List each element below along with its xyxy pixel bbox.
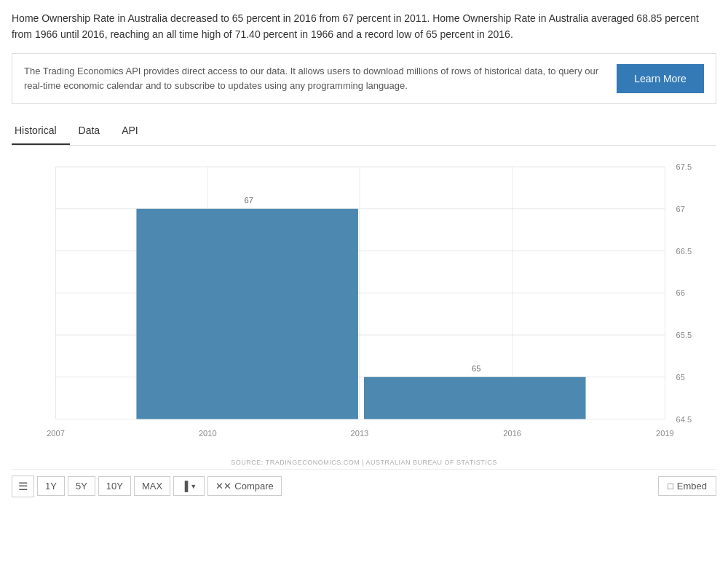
embed-button[interactable]: □ Embed (658, 476, 716, 496)
embed-label: Embed (677, 481, 707, 492)
bar-2016 (364, 377, 586, 419)
svg-text:2007: 2007 (47, 428, 65, 437)
5y-button[interactable]: 5Y (68, 476, 95, 496)
svg-text:67: 67 (676, 205, 685, 213)
svg-text:64.5: 64.5 (676, 414, 692, 423)
svg-text:2019: 2019 (656, 428, 674, 437)
menu-icon-button[interactable]: ☰ (12, 476, 34, 497)
tab-api[interactable]: API (119, 117, 151, 145)
bar-chart-icon: ▐ (181, 481, 188, 492)
chart-type-button[interactable]: ▐ ▼ (173, 476, 205, 496)
chevron-down-icon: ▼ (190, 483, 197, 490)
svg-text:65.5: 65.5 (676, 331, 692, 339)
svg-text:65: 65 (676, 373, 685, 382)
tab-historical[interactable]: Historical (12, 117, 70, 145)
chart-source: SOURCE: TRADINGECONOMICS.COM | AUSTRALIA… (12, 459, 716, 466)
bar-2010 (136, 209, 358, 419)
api-banner: The Trading Economics API provides direc… (12, 53, 716, 104)
embed-icon: □ (668, 481, 673, 492)
svg-text:66: 66 (676, 288, 685, 297)
10y-button[interactable]: 10Y (98, 476, 131, 496)
svg-text:2016: 2016 (503, 428, 521, 437)
svg-text:66.5: 66.5 (676, 246, 692, 255)
chart-area: 67 65 67.5 67 66.5 66 65.5 65 64.5 2007 … (12, 151, 716, 457)
compare-label: Compare (234, 481, 273, 492)
svg-text:67.5: 67.5 (676, 162, 692, 171)
svg-text:2010: 2010 (199, 428, 217, 437)
svg-text:2013: 2013 (351, 428, 369, 437)
compare-icon: ✕✕ (215, 481, 232, 492)
tab-data[interactable]: Data (76, 117, 114, 145)
api-banner-text: The Trading Economics API provides direc… (24, 64, 599, 92)
1y-button[interactable]: 1Y (37, 476, 65, 496)
svg-text:67: 67 (245, 196, 253, 205)
svg-text:65: 65 (472, 364, 480, 373)
tabs-container: Historical Data API (12, 117, 716, 146)
learn-more-button[interactable]: Learn More (617, 64, 704, 93)
compare-button[interactable]: ✕✕ Compare (207, 476, 281, 496)
chart-controls: ☰ 1Y 5Y 10Y MAX ▐ ▼ ✕✕ Compare □ Embed (12, 469, 716, 503)
description-text: Home Ownership Rate in Australia decreas… (12, 10, 716, 43)
chart-svg: 67 65 67.5 67 66.5 66 65.5 65 64.5 2007 … (12, 151, 716, 457)
max-button[interactable]: MAX (134, 476, 170, 496)
